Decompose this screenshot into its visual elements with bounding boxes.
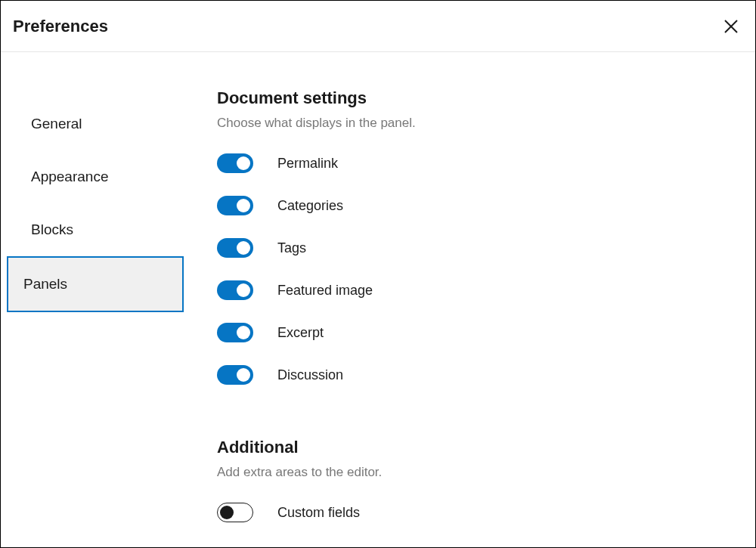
section-title: Additional [217, 438, 733, 457]
dialog-header: Preferences [1, 1, 755, 52]
toggle-knob [237, 156, 250, 170]
toggle-featured-image[interactable] [217, 280, 253, 300]
additional-section: Additional Add extra areas to the editor… [217, 438, 733, 522]
tab-blocks[interactable]: Blocks [7, 203, 184, 256]
toggle-permalink[interactable] [217, 153, 253, 173]
toggle-custom-fields[interactable] [217, 503, 253, 522]
toggle-row-categories: Categories [217, 196, 733, 215]
toggle-row-featured-image: Featured image [217, 280, 733, 300]
toggle-categories[interactable] [217, 196, 253, 215]
toggle-row-permalink: Permalink [217, 153, 733, 173]
toggle-knob [220, 506, 234, 519]
section-description: Choose what displays in the panel. [217, 116, 733, 131]
toggle-row-custom-fields: Custom fields [217, 503, 733, 522]
close-icon[interactable] [719, 14, 743, 39]
toggle-label: Featured image [277, 283, 373, 299]
toggle-knob [237, 326, 250, 339]
toggle-label: Discussion [277, 367, 343, 383]
toggle-label: Custom fields [277, 505, 360, 521]
toggle-label: Categories [277, 198, 343, 214]
toggle-discussion[interactable] [217, 365, 253, 385]
toggle-label: Permalink [277, 156, 338, 172]
toggle-row-tags: Tags [217, 238, 733, 258]
preferences-panel-content: Document settings Choose what displays i… [190, 52, 755, 547]
tab-panels[interactable]: Panels [7, 256, 184, 312]
document-settings-section: Document settings Choose what displays i… [217, 88, 733, 385]
tab-general[interactable]: General [7, 98, 184, 150]
toggle-label: Excerpt [277, 325, 324, 341]
toggle-knob [237, 283, 250, 297]
dialog-content: General Appearance Blocks Panels Documen… [1, 52, 755, 547]
preferences-tabs: General Appearance Blocks Panels [1, 52, 190, 547]
toggle-tags[interactable] [217, 238, 253, 258]
toggle-knob [237, 199, 250, 212]
section-description: Add extra areas to the editor. [217, 465, 733, 480]
toggle-knob [237, 241, 250, 255]
toggle-excerpt[interactable] [217, 323, 253, 342]
tab-appearance[interactable]: Appearance [7, 150, 184, 203]
toggle-row-excerpt: Excerpt [217, 323, 733, 342]
toggle-knob [237, 368, 250, 382]
toggle-label: Tags [277, 240, 306, 256]
section-title: Document settings [217, 88, 733, 108]
toggle-row-discussion: Discussion [217, 365, 733, 385]
dialog-title: Preferences [13, 17, 108, 36]
